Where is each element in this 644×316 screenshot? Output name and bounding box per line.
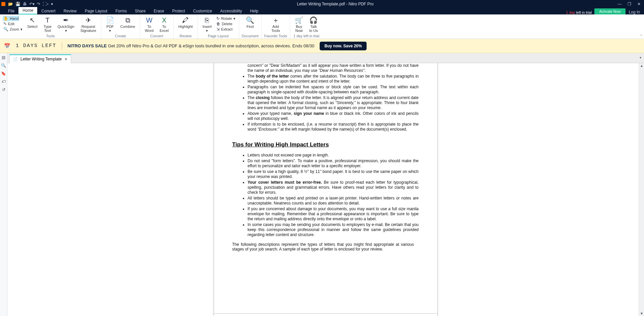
tab-options-button[interactable]: ▾ xyxy=(640,56,641,59)
type-text-button[interactable]: TType Text xyxy=(42,15,54,33)
divider xyxy=(62,42,62,50)
document-tab[interactable]: 📄 Letter Writing Template ✕ xyxy=(9,54,71,63)
menu-page-layout[interactable]: Page Layout xyxy=(81,8,111,14)
tags-panel-icon[interactable]: 🏷 xyxy=(2,79,6,84)
search-panel-icon[interactable]: 🔍 xyxy=(1,63,6,68)
rotate-icon: ↻ xyxy=(216,16,220,21)
trial-status: 1 day left in trial xyxy=(566,10,592,14)
hand-tool[interactable]: ✋Hand xyxy=(3,16,19,21)
activate-button[interactable]: Activate Now xyxy=(594,8,625,14)
highlight-icon: 🖍 xyxy=(182,16,189,25)
type-icon: T xyxy=(46,16,50,25)
search-icon: 🔍 xyxy=(246,16,254,25)
menu-accessibility[interactable]: Accessibility xyxy=(216,8,246,14)
login-button[interactable]: Log In xyxy=(629,10,640,14)
main-panel: 📄 Letter Writing Template ✕ ▾ concern" o… xyxy=(7,53,644,316)
pdf-button[interactable]: 📄PDF▾ xyxy=(104,15,116,33)
menu-erase[interactable]: Erase xyxy=(150,8,168,14)
delete-button[interactable]: 🗑Delete xyxy=(216,21,233,27)
menu-home[interactable]: Home xyxy=(18,7,37,14)
tips-list: Letters should not exceed one page in le… xyxy=(248,153,419,237)
calendar-icon: 📅 xyxy=(4,43,10,49)
document-tab-label: Letter Writing Template xyxy=(20,57,62,61)
pdf-icon: 📄 xyxy=(106,16,114,25)
zoom-tool[interactable]: 🔍Zoom ▾ xyxy=(3,27,23,32)
cart-icon: 🛒 xyxy=(295,16,303,25)
group-label-create: Create xyxy=(115,34,126,39)
document-area: ▤ 🔍 🔖 🏷 ↺ 📄 Letter Writing Template ✕ ▾ … xyxy=(0,53,644,316)
menu-convert[interactable]: Convert xyxy=(37,8,59,14)
close-button[interactable]: ✕ xyxy=(637,2,641,6)
minimize-button[interactable]: — xyxy=(618,2,622,6)
attachments-panel-icon[interactable]: ↺ xyxy=(2,87,5,92)
open-icon[interactable]: 📂 xyxy=(8,2,13,6)
app-logo xyxy=(1,2,5,6)
body-list: concern" or "Dear Sir/Madam" as it will … xyxy=(248,63,419,132)
list-item: Letters should not exceed one page in le… xyxy=(248,153,419,158)
doc-icon: 📄 xyxy=(13,57,18,61)
list-item: In some cases you may be sending your do… xyxy=(248,222,419,237)
title-bar: 📂 💾 🖶 ↶▾ ↷ ⛶▾ ▾ Letter Writing Template.… xyxy=(0,0,644,8)
collapse-ribbon-button[interactable]: ˄ xyxy=(640,34,642,38)
redo-icon[interactable]: ↷ xyxy=(37,2,40,6)
menu-share[interactable]: Share xyxy=(131,8,150,14)
menu-review[interactable]: Review xyxy=(59,8,80,14)
extract-button[interactable]: ⇲Extract xyxy=(216,27,233,32)
group-label-tools: Tools xyxy=(46,34,55,39)
select-button[interactable]: ↖Select xyxy=(25,15,40,33)
menu-customize[interactable]: Customize xyxy=(189,8,216,14)
quicksign-button[interactable]: ✒QuickSign▾ xyxy=(56,15,76,33)
zoom-icon: 🔍 xyxy=(3,27,8,32)
menu-file[interactable]: File xyxy=(4,8,18,14)
group-review: 🖍Highlight Review xyxy=(174,14,198,39)
group-trial: 🛒Buy Now 🎧Talk to Us 1 day left in trial xyxy=(290,14,323,39)
pages-panel-icon[interactable]: ▤ xyxy=(2,55,5,60)
bookmarks-panel-icon[interactable]: 🔖 xyxy=(1,71,6,76)
list-item: Paragraphs can be indented five spaces o… xyxy=(248,85,419,95)
save-icon[interactable]: 💾 xyxy=(15,2,20,6)
menu-bar: File Home Convert Review Page Layout For… xyxy=(0,8,644,14)
group-label-document: Document xyxy=(242,34,259,39)
trash-icon: 🗑 xyxy=(216,21,220,26)
promo-buy-button[interactable]: Buy now. Save 20% xyxy=(320,42,367,50)
request-signature-button[interactable]: ✈Request Signature xyxy=(78,15,98,33)
buy-now-button[interactable]: 🛒Buy Now xyxy=(293,15,305,33)
vertical-scrollbar[interactable]: ▲ ▼ xyxy=(639,63,644,316)
scroll-down-icon[interactable]: ▼ xyxy=(640,312,643,315)
promo-days-left: 1 DAYS LEFT xyxy=(16,43,56,49)
talk-to-us-button[interactable]: 🎧Talk to Us xyxy=(307,15,320,33)
list-item: concern" or "Dear Sir/Madam" as it will … xyxy=(248,63,419,73)
scroll-up-icon[interactable]: ▲ xyxy=(640,64,643,67)
insert-icon: ⎘ xyxy=(205,16,209,25)
window-controls: — ❐ ✕ xyxy=(618,2,641,6)
insert-button[interactable]: ⎘Insert▾ xyxy=(201,15,214,33)
pen-icon: ✒ xyxy=(63,16,69,25)
group-create: 📄PDF▾ ⧉Combine Create xyxy=(101,14,140,39)
restore-button[interactable]: ❐ xyxy=(628,2,631,6)
page-canvas[interactable]: concern" or "Dear Sir/Madam" as it will … xyxy=(7,63,644,316)
combine-button[interactable]: ⧉Combine xyxy=(118,15,137,33)
menu-forms[interactable]: Forms xyxy=(111,8,131,14)
group-document: 🔍Find Document xyxy=(239,14,262,39)
edit-icon: ✎ xyxy=(3,21,7,26)
support-icon: 🎧 xyxy=(309,16,318,25)
print-icon[interactable]: 🖶 xyxy=(23,2,27,6)
resize-icon[interactable]: ⛶▾ xyxy=(43,2,49,6)
plus-icon: ＋ xyxy=(272,16,279,25)
ribbon: ✋Hand ✎Edit 🔍Zoom ▾ ↖Select TType Text ✒… xyxy=(0,14,644,39)
list-item: Your cover letters must be error-free. B… xyxy=(248,180,419,195)
close-tab-button[interactable]: ✕ xyxy=(64,57,67,61)
window-title: Letter Writing Template.pdf - Nitro PDF … xyxy=(53,2,618,6)
add-tools-button[interactable]: ＋Add Tools xyxy=(269,15,282,33)
menu-help[interactable]: Help xyxy=(246,8,263,14)
undo-icon[interactable]: ↶▾ xyxy=(29,2,35,6)
group-tools: ✋Hand ✎Edit 🔍Zoom ▾ ↖Select TType Text ✒… xyxy=(0,14,101,39)
find-button[interactable]: 🔍Find xyxy=(244,15,256,29)
highlight-button[interactable]: 🖍Highlight xyxy=(176,15,195,29)
to-word-button[interactable]: WTo Word xyxy=(143,15,156,33)
menu-protect[interactable]: Protect xyxy=(168,8,189,14)
rotate-button[interactable]: ↻Rotate ▾ xyxy=(216,16,236,21)
edit-tool[interactable]: ✎Edit xyxy=(3,21,15,27)
to-excel-button[interactable]: XTo Excel xyxy=(158,15,171,33)
list-item: The body of the letter comes after the s… xyxy=(248,74,419,84)
